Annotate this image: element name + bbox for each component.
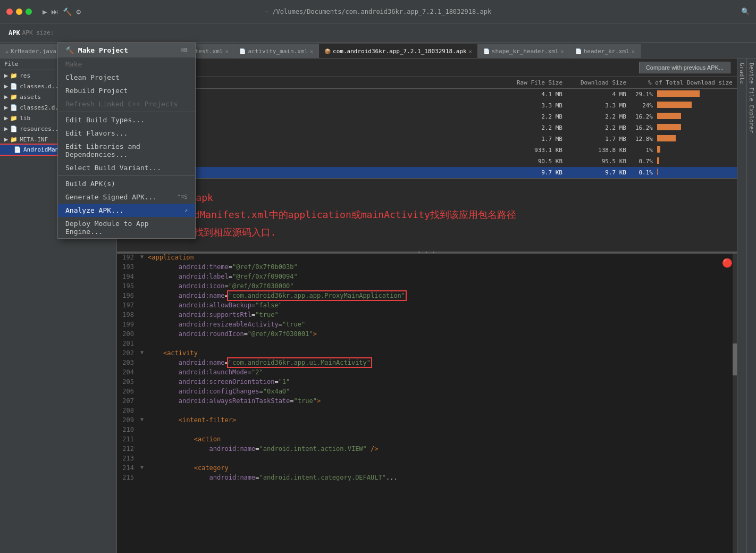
fold-icon[interactable]: ▼ — [138, 254, 146, 259]
table-row[interactable]: 2.2 MB 2.2 MB 16.2% — [117, 111, 737, 122]
minimize-button[interactable] — [16, 9, 22, 15]
line-content: android:icon="@ref/0x7f030000" — [146, 282, 294, 290]
menu-item-edit-build-types[interactable]: Edit Build Types... — [58, 113, 195, 127]
table-row-selected[interactable]: AndroidManifest.xml 9.7 KB 9.7 KB 0.1% — [117, 167, 737, 178]
table-row[interactable]: 3.3 MB 3.3 MB 24% — [117, 100, 737, 111]
line-content: android:allowBackup="false" — [146, 301, 282, 309]
play-icon[interactable]: ▶ — [43, 7, 47, 16]
line-content: android:roundIcon="@ref/0x7f030001"> — [146, 330, 317, 338]
line-content: android:label="@ref/0x7f090094" — [146, 273, 298, 280]
step-icon[interactable]: ⏭ — [51, 7, 58, 16]
scrollbar-thumb[interactable] — [733, 343, 737, 375]
maximize-button[interactable] — [26, 9, 32, 15]
line-number: 206 — [117, 388, 138, 395]
table-row[interactable]: 933.1 KB 138.8 KB 1% — [117, 145, 737, 156]
line-content: android:supportsRtl="true" — [146, 311, 279, 319]
table-row[interactable]: 4.1 MB 4 MB 29.1% — [117, 89, 737, 100]
main-toolbar: APK APK size: — [0, 23, 756, 43]
line-content: android:name="com.android36kr.app.ui.Mai… — [146, 359, 371, 366]
menu-item-build-apk[interactable]: Build APK(s) — [58, 177, 195, 190]
code-line-213: 213 — [117, 455, 737, 464]
error-indicator: 🔴 — [722, 258, 733, 268]
file-path: – /Volumes/Documents/com.android36kr.app… — [265, 8, 491, 15]
scrollbar-track — [733, 254, 737, 553]
sidebar-item-label: META-INF — [20, 136, 48, 143]
code-line-205: 205 android:screenOrientation="1" — [117, 378, 737, 388]
menu-separator — [58, 175, 195, 176]
compare-apk-button[interactable]: Compare with previous APK... — [639, 62, 730, 73]
download-cell: 9.7 KB — [562, 169, 626, 176]
gradle-sidebar[interactable]: Gradle — [737, 58, 746, 553]
download-cell: 4 MB — [562, 91, 626, 98]
device-explorer-sidebar[interactable]: Device File Explorer — [746, 58, 756, 553]
fold-icon[interactable]: ▼ — [138, 464, 146, 470]
menu-item-refresh-cpp[interactable]: Refresh Linked C++ Projects — [58, 97, 195, 111]
menu-item-analyze-apk[interactable]: Analyze APK... ↗ — [58, 204, 195, 217]
sidebar-item-label: classes.d... — [20, 83, 62, 90]
file-icon: 📄 — [10, 104, 18, 111]
fold-icon[interactable]: ▼ — [138, 349, 146, 355]
menu-item-label: Rebuild Project — [65, 87, 128, 95]
build-icon[interactable]: 🔨 — [63, 7, 72, 16]
pct-cell: 12.8% — [626, 136, 653, 143]
code-line-203: 203 android:name="com.android36kr.app.ui… — [117, 359, 737, 368]
line-number: 209 — [117, 416, 138, 424]
window-controls — [6, 9, 32, 15]
menu-item-generate-signed[interactable]: Generate Signed APK... ^⌘S — [58, 190, 195, 204]
menu-item-label: Refresh Linked C++ Projects — [65, 100, 178, 108]
menu-item-edit-flavors[interactable]: Edit Flavors... — [58, 127, 195, 140]
code-line-209: 209 ▼ <intent-filter> — [117, 416, 737, 426]
tab-label: KrHeader.java — [11, 48, 56, 55]
menu-item-label: Edit Build Types... — [65, 116, 145, 124]
menu-item-label: Deploy Module to App Engine... — [65, 220, 188, 236]
code-line-197: 197 android:allowBackup="false" — [117, 301, 737, 311]
run-icon[interactable]: ⚙ — [76, 7, 80, 16]
menu-item-edit-libraries[interactable]: Edit Libraries and Dependencies... — [58, 140, 195, 161]
fold-icon[interactable]: ▼ — [138, 416, 146, 422]
device-explorer-label[interactable]: Device File Explorer — [748, 63, 755, 133]
line-content: android:name="android.intent.action.VIEW… — [146, 445, 379, 453]
tab-close-icon[interactable]: ✕ — [469, 48, 472, 54]
code-scroll[interactable]: 192 ▼ <application 193 android:theme="@r… — [117, 254, 737, 553]
folder-icon: 📁 — [10, 72, 18, 79]
table-row[interactable]: 1.7 MB 1.7 MB 12.8% — [117, 133, 737, 145]
menu-item-label: Build APK(s) — [65, 180, 115, 188]
close-button[interactable] — [6, 9, 13, 15]
chevron-icon: ▶ — [4, 72, 8, 79]
line-content — [146, 426, 152, 433]
folder-icon: 📁 — [10, 94, 18, 100]
tab-shape-kr[interactable]: 📄 shape_kr_header.xml ✕ — [478, 44, 570, 58]
line-content: <activity — [146, 349, 198, 357]
menu-item-deploy-engine[interactable]: Deploy Module to App Engine... — [58, 217, 195, 238]
table-row[interactable]: 90.5 KB 95.5 KB 0.7% — [117, 156, 737, 167]
apk-table-header: Raw File Size Download Size % of Total D… — [117, 77, 737, 89]
tab-header-kr[interactable]: 📄 header_kr.xml ✕ — [570, 44, 641, 58]
line-number: 192 — [117, 254, 138, 261]
tab-close-icon[interactable]: ✕ — [310, 48, 313, 54]
menu-item-label: Edit Libraries and Dependencies... — [65, 143, 188, 158]
bar-visual — [657, 113, 681, 119]
menu-item-rebuild[interactable]: Rebuild Project — [58, 84, 195, 97]
bar-cell — [653, 102, 733, 110]
code-editor: 192 ▼ <application 193 android:theme="@r… — [117, 254, 737, 553]
code-line-206: 206 android:configChanges="0x4a0" — [117, 388, 737, 397]
menu-item-make[interactable]: Make — [58, 57, 195, 71]
search-icon[interactable]: 🔍 — [741, 7, 750, 15]
tab-close-icon[interactable]: ✕ — [225, 48, 228, 54]
tab-apk[interactable]: 📦 com.android36kr.app_7.2.1_18032918.apk… — [319, 44, 478, 58]
pct-cell: 16.2% — [626, 113, 653, 120]
menu-item-select-variant[interactable]: Select Build Variant... — [58, 161, 195, 174]
tab-close-icon[interactable]: ✕ — [632, 48, 635, 54]
tab-activity-main[interactable]: 📄 activity_main.xml ✕ — [234, 44, 319, 58]
line-number: 205 — [117, 378, 138, 386]
gradle-label[interactable]: Gradle — [738, 63, 745, 84]
line-number: 199 — [117, 321, 138, 328]
menu-item-clean[interactable]: Clean Project — [58, 71, 195, 84]
sidebar-item-label: assets — [20, 94, 41, 100]
tab-close-icon[interactable]: ✕ — [561, 48, 564, 54]
table-row[interactable]: 2.2 MB 2.2 MB 16.2% — [117, 122, 737, 133]
apk-label: APK — [9, 29, 20, 37]
content-area: Compare with previous APK... Raw File Si… — [117, 58, 737, 553]
pct-cell: 24% — [626, 102, 653, 109]
download-cell: 1.7 MB — [562, 136, 626, 143]
